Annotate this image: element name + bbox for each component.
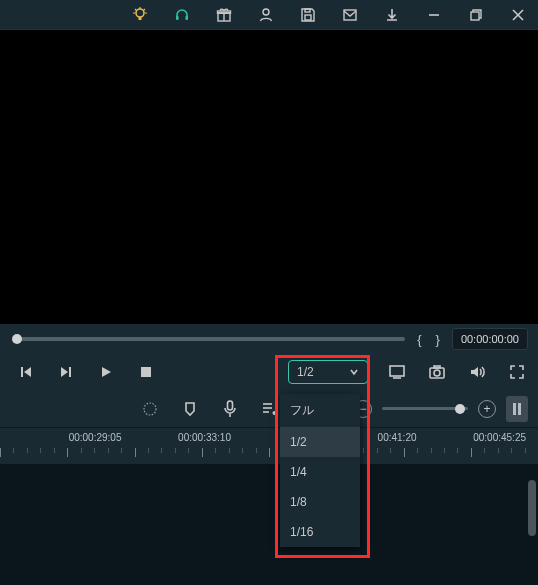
svg-point-30	[434, 370, 440, 376]
zoom-track[interactable]	[382, 407, 468, 410]
svg-rect-33	[228, 401, 233, 410]
mail-icon[interactable]	[338, 3, 362, 27]
mark-in-brace[interactable]: {	[415, 332, 423, 347]
svg-rect-1	[139, 17, 142, 20]
svg-point-0	[136, 9, 144, 17]
playback-controls: 1/2	[0, 354, 538, 390]
dotted-circle-icon[interactable]	[139, 398, 161, 420]
svg-marker-24	[61, 367, 68, 377]
restore-icon[interactable]	[464, 3, 488, 27]
headphones-icon[interactable]	[170, 3, 194, 27]
svg-rect-27	[390, 366, 404, 376]
quality-option[interactable]: 1/8	[280, 487, 360, 517]
download-icon[interactable]	[380, 3, 404, 27]
quality-option[interactable]: 1/16	[280, 517, 360, 547]
scrub-head[interactable]	[12, 334, 22, 344]
svg-rect-39	[518, 403, 521, 415]
titlebar	[0, 0, 538, 30]
screen-icon[interactable]	[386, 361, 408, 383]
svg-point-32	[144, 403, 156, 415]
svg-rect-31	[434, 366, 440, 368]
svg-point-13	[263, 9, 269, 15]
save-icon[interactable]	[296, 3, 320, 27]
mark-out-brace[interactable]: }	[434, 332, 442, 347]
svg-rect-14	[305, 15, 311, 20]
stop-icon[interactable]	[135, 361, 157, 383]
chevron-down-icon	[349, 367, 359, 377]
svg-rect-23	[69, 367, 71, 377]
volume-icon[interactable]	[466, 361, 488, 383]
svg-rect-26	[141, 367, 151, 377]
svg-rect-8	[185, 16, 188, 20]
svg-rect-15	[305, 9, 310, 12]
quality-dropdown: フル 1/2 1/4 1/8 1/16	[280, 394, 360, 547]
user-icon[interactable]	[254, 3, 278, 27]
snapshot-icon[interactable]	[426, 361, 448, 383]
minimize-icon[interactable]	[422, 3, 446, 27]
svg-rect-38	[513, 403, 516, 415]
play-icon[interactable]	[95, 361, 117, 383]
gift-icon[interactable]	[212, 3, 236, 27]
scrub-bar: { } 00:00:00:00	[0, 324, 538, 354]
prev-keyframe-icon[interactable]	[15, 361, 37, 383]
quality-current: 1/2	[297, 365, 314, 379]
ruler-ticks	[0, 448, 538, 458]
svg-rect-21	[21, 367, 23, 377]
quality-option[interactable]: 1/4	[280, 457, 360, 487]
svg-line-6	[144, 9, 145, 10]
svg-rect-18	[471, 12, 479, 20]
svg-rect-7	[176, 16, 179, 20]
svg-rect-16	[344, 10, 356, 20]
timeline-body[interactable]	[0, 464, 538, 585]
marker-icon[interactable]	[179, 398, 201, 420]
quality-select[interactable]: 1/2	[288, 360, 368, 384]
preview-area	[0, 30, 538, 324]
close-icon[interactable]	[506, 3, 530, 27]
zoom-in-button[interactable]: +	[478, 400, 496, 418]
timeline-ruler[interactable]: 00:00:29:05 00:00:33:10 00:00:3 00:41:20…	[0, 428, 538, 464]
timecode: 00:00:00:00	[452, 328, 528, 350]
mic-icon[interactable]	[219, 398, 241, 420]
svg-marker-22	[24, 367, 31, 377]
pause-tile[interactable]	[506, 396, 528, 422]
music-list-icon[interactable]	[259, 398, 281, 420]
svg-line-5	[135, 9, 136, 10]
scrub-track[interactable]	[15, 337, 405, 341]
tool-row: − +	[0, 390, 538, 428]
scrollbar-thumb[interactable]	[528, 480, 536, 536]
quality-option[interactable]: フル	[280, 394, 360, 427]
svg-marker-25	[102, 367, 111, 377]
lightbulb-icon[interactable]	[128, 3, 152, 27]
next-keyframe-icon[interactable]	[55, 361, 77, 383]
fullscreen-icon[interactable]	[506, 361, 528, 383]
svg-rect-12	[218, 11, 231, 13]
quality-option[interactable]: 1/2	[280, 427, 360, 457]
zoom-knob[interactable]	[455, 404, 465, 414]
